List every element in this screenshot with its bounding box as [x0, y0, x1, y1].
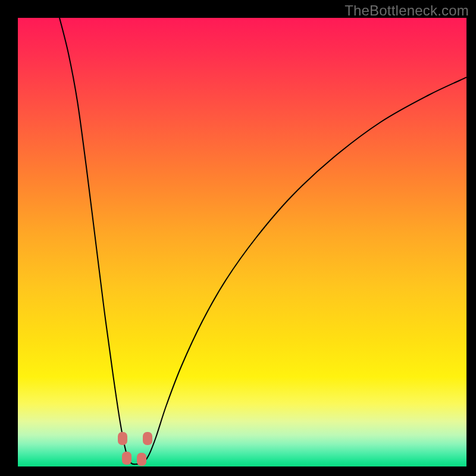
bottleneck-curve — [18, 18, 466, 466]
curve-marker — [143, 432, 152, 445]
watermark-text: TheBottleneck.com — [345, 2, 469, 19]
curve-marker — [118, 432, 127, 445]
chart-plot-area — [18, 18, 466, 466]
curve-marker — [122, 452, 131, 465]
curve-marker — [137, 453, 146, 466]
